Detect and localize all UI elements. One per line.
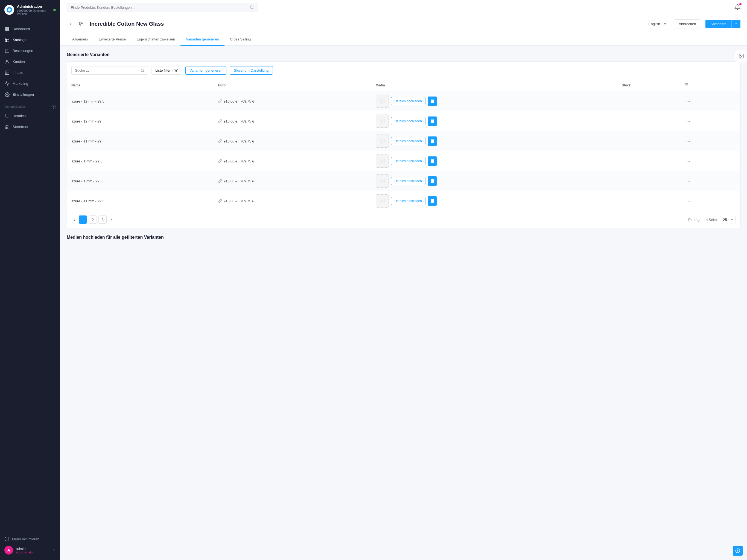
media-library-button[interactable] <box>428 176 437 186</box>
svg-point-9 <box>6 73 7 74</box>
column-settings-button[interactable] <box>684 82 688 88</box>
next-page-button[interactable]: › <box>108 216 114 223</box>
media-library-button[interactable] <box>428 156 437 166</box>
sidebar-item-einstellungen[interactable]: Einstellungen <box>0 89 60 100</box>
main-nav: Dashboard Kataloge Bestellungen Kunden I… <box>0 20 60 531</box>
link-icon <box>218 99 222 103</box>
variant-name: azure - 12 mm - 29 <box>67 111 214 131</box>
per-page-select[interactable]: 25 50 100 <box>720 216 736 223</box>
global-search-bar <box>67 3 258 12</box>
per-page-selector: Einträge pro Seite: 25 50 100 <box>688 216 736 223</box>
table-row: azure - 12 mm - 29,5 916,00 € | 769,75 €… <box>67 91 740 111</box>
col-name: Name <box>67 79 214 91</box>
svg-point-49 <box>431 200 432 201</box>
save-button-group: Speichern <box>705 20 741 28</box>
save-dropdown-button[interactable] <box>731 20 741 28</box>
variant-price: 916,00 € | 769,75 € <box>214 131 371 151</box>
svg-point-43 <box>381 180 382 181</box>
variants-card: Liste filtern Varianten generieren Store… <box>67 61 741 228</box>
orders-icon <box>4 48 10 54</box>
svg-point-37 <box>431 140 432 141</box>
table-row: azure - 12 mm - 29 916,00 € | 769,75 € D… <box>67 111 740 131</box>
variant-media: Dateien hochladen <box>371 111 617 131</box>
variant-name: azure - 1 mm - 29 <box>67 171 214 191</box>
upload-files-button[interactable]: Dateien hochladen <box>391 117 426 125</box>
svg-point-41 <box>431 160 432 161</box>
page-header: Incredible Cotton New Glass English Abbr… <box>60 15 747 33</box>
admin-profile[interactable]: A admin Administrator <box>4 543 56 557</box>
sidebar-item-storefront[interactable]: Storefront <box>0 121 60 132</box>
row-actions-button[interactable]: ··· <box>684 177 692 185</box>
media-library-button[interactable] <box>428 117 437 126</box>
tab-cross-selling[interactable]: Cross Selling <box>225 33 256 46</box>
media-thumbnail <box>376 114 389 128</box>
media-library-button[interactable] <box>428 196 437 206</box>
cancel-button[interactable]: Abbrechen <box>674 19 701 28</box>
sidebar-item-dashboard[interactable]: Dashboard <box>0 24 60 34</box>
media-library-button[interactable] <box>428 97 437 106</box>
tab-varianten-generieren[interactable]: Varianten generieren <box>180 33 224 46</box>
sidebar-item-inhalte[interactable]: Inhalte <box>0 67 60 78</box>
page-title: Incredible Cotton New Glass <box>90 21 164 27</box>
media-sidebar-button[interactable] <box>735 50 747 62</box>
sidebar-item-label: Einstellungen <box>12 93 34 97</box>
page-3-button[interactable]: 3 <box>98 215 107 224</box>
sales-channels-section: Verkaufskanäle <box>0 100 60 110</box>
row-actions-button[interactable]: ··· <box>684 97 692 105</box>
notifications-button[interactable] <box>735 4 741 11</box>
variant-actions: ··· <box>679 111 740 131</box>
generate-variants-button[interactable]: Varianten generieren <box>185 66 226 75</box>
svg-point-47 <box>381 200 382 201</box>
variant-media: Dateien hochladen <box>371 171 617 191</box>
app-version: v99999999 Developer Version <box>17 9 51 16</box>
sidebar-item-bestellungen[interactable]: Bestellungen <box>0 45 60 56</box>
media-thumbnail <box>376 154 389 168</box>
col-stock: Stock <box>617 79 679 91</box>
variant-media: Dateien hochladen <box>371 191 617 211</box>
prev-page-button[interactable]: ‹ <box>71 216 77 223</box>
upload-files-button[interactable]: Dateien hochladen <box>391 97 426 105</box>
sidebar-item-kunden[interactable]: Kunden <box>0 56 60 67</box>
app-info: Administration v99999999 Developer Versi… <box>17 4 51 16</box>
row-actions-button[interactable]: ··· <box>684 157 692 165</box>
svg-rect-2 <box>7 27 9 29</box>
back-button[interactable] <box>67 20 75 28</box>
sidebar-item-headless[interactable]: Headless <box>0 110 60 121</box>
chevron-up-icon <box>52 548 56 553</box>
variant-stock <box>617 151 679 171</box>
upload-files-button[interactable]: Dateien hochladen <box>391 197 426 205</box>
search-input[interactable] <box>71 5 248 9</box>
tab-allgemein[interactable]: Allgemein <box>67 33 93 46</box>
upload-files-button[interactable]: Dateien hochladen <box>391 177 426 185</box>
tab-erweiterte-preise[interactable]: Erweiterte Preise <box>93 33 131 46</box>
row-actions-button[interactable]: ··· <box>684 117 692 125</box>
page-1-button[interactable]: 1 <box>79 215 87 224</box>
row-actions-button[interactable]: ··· <box>684 197 692 205</box>
sidebar-item-marketing[interactable]: Marketing <box>0 78 60 89</box>
page-2-button[interactable]: 2 <box>88 215 97 224</box>
filter-button[interactable]: Liste filtern <box>151 66 182 75</box>
bottom-section-title: Medien hochladen für alle gefilterten Va… <box>67 235 741 240</box>
media-thumbnail <box>376 195 389 207</box>
language-select[interactable]: English <box>645 20 669 28</box>
upload-files-button[interactable]: Dateien hochladen <box>391 137 426 145</box>
sidebar-item-label: Kunden <box>12 59 25 64</box>
svg-rect-8 <box>5 71 9 75</box>
tab-eigenschaften-zuweisen[interactable]: Eigenschaften zuweisen <box>131 33 180 46</box>
row-actions-button[interactable]: ··· <box>684 137 692 145</box>
sidebar-item-kataloge[interactable]: Kataloge <box>0 34 60 45</box>
duplicate-button[interactable] <box>77 20 85 28</box>
variant-price: 916,00 € | 769,75 € <box>214 111 371 131</box>
media-library-button[interactable] <box>428 136 437 146</box>
minimize-menu-item[interactable]: Menü minimieren <box>4 534 56 543</box>
upload-files-button[interactable]: Dateien hochladen <box>391 157 426 165</box>
sidebar: Administration v99999999 Developer Versi… <box>0 0 60 560</box>
settings-icon <box>4 92 10 97</box>
variants-search-input[interactable] <box>75 68 138 73</box>
sidebar-item-label: Inhalte <box>12 71 23 75</box>
storefront-display-button[interactable]: Storefront-Darstellung <box>230 66 273 75</box>
link-icon <box>218 159 222 163</box>
save-button[interactable]: Speichern <box>705 20 731 28</box>
variant-actions: ··· <box>679 191 740 211</box>
search-icon <box>140 69 145 73</box>
